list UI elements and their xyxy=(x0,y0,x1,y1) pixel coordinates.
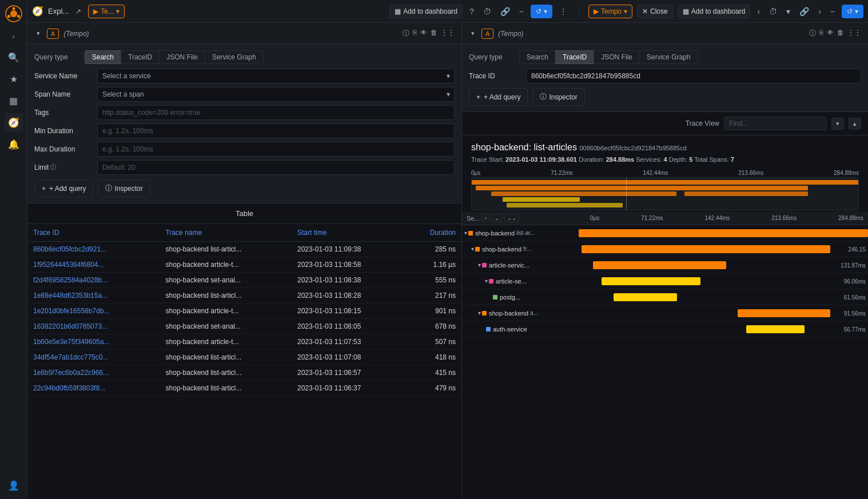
spans-collapse-btn[interactable]: ⌄ xyxy=(492,214,502,222)
col-trace-id[interactable]: Trace ID xyxy=(27,224,160,242)
sidebar-item-dashboards[interactable]: ▦ xyxy=(5,91,23,110)
right-info-icon[interactable]: ⓘ xyxy=(809,29,816,38)
table-row[interactable]: 16382201b6d0785073... shop-backend set-a… xyxy=(27,319,461,334)
trace-id-link[interactable]: 1e8b5f7ec6b0a22c966... xyxy=(33,369,109,377)
col-start-time[interactable]: Start time xyxy=(292,224,405,242)
trace-id-link[interactable]: 16382201b6d0785073... xyxy=(33,322,107,330)
tags-input[interactable] xyxy=(97,105,455,120)
right-tab-jsonfile[interactable]: JSON File xyxy=(594,50,639,64)
spans-collapse-all-btn[interactable]: ⌄⌄ xyxy=(504,214,519,222)
left-delete-icon[interactable]: 🗑 xyxy=(431,29,437,38)
right-zoom-btn[interactable]: − xyxy=(828,5,837,18)
sidebar-collapse-btn[interactable]: › xyxy=(8,31,19,42)
add-to-dashboard-btn[interactable]: ▦ Add to dashboard xyxy=(389,5,463,18)
cell-trace-id[interactable]: 1f95264445364f6804... xyxy=(27,257,160,273)
trace-id-link[interactable]: 22c94bd0fb59f3803f8... xyxy=(33,384,105,392)
trace-id-input[interactable] xyxy=(526,69,861,83)
table-row[interactable]: 1b60e5e3e75f349605a... shop-backend arti… xyxy=(27,334,461,350)
link-btn[interactable]: 🔗 xyxy=(498,5,512,18)
table-row[interactable]: 1e88e448d62353b15a... shop-backend list-… xyxy=(27,288,461,304)
left-tab-jsonfile[interactable]: JSON File xyxy=(159,50,205,64)
span-toggle[interactable]: ▾ xyxy=(485,278,488,284)
table-row[interactable]: f2d4f69582584a4028b... shop-backend set-… xyxy=(27,273,461,288)
zoom-out-btn[interactable]: − xyxy=(517,5,526,18)
table-row[interactable]: 22c94bd0fb59f3803f8... shop-backend list… xyxy=(27,381,461,396)
right-datasource-badge[interactable]: A xyxy=(481,29,493,39)
trace-id-link[interactable]: 1e88e448d62353b15a... xyxy=(33,292,107,300)
span-toggle[interactable]: ▾ xyxy=(471,246,474,252)
span-name-select[interactable]: Select a span xyxy=(97,87,455,102)
span-row[interactable]: ▾ shop-backend fr... 246.15 xyxy=(462,241,868,257)
span-toggle[interactable]: ▾ xyxy=(478,262,481,268)
close-btn[interactable]: ✕ Close xyxy=(637,5,673,18)
right-more-icon[interactable]: ⋮⋮ xyxy=(847,29,861,38)
cell-trace-id[interactable]: 34df54e7ab1dcc775c0... xyxy=(27,350,160,365)
right-add-to-dashboard-btn[interactable]: ▦ Add to dashboard xyxy=(678,5,751,18)
left-more-icon[interactable]: ⋮⋮ xyxy=(441,29,455,38)
left-eye-icon[interactable]: 👁 xyxy=(420,29,427,38)
trace-id-link[interactable]: 34df54e7ab1dcc775c0... xyxy=(33,353,108,361)
share-icon[interactable]: ↗ xyxy=(73,5,83,18)
trace-id-link[interactable]: 1f95264445364f6804... xyxy=(33,261,103,269)
spans-expand-btn[interactable]: › xyxy=(482,214,489,222)
trace-id-link[interactable]: 1e201d0bfe16558b7db... xyxy=(33,307,109,315)
timer-btn[interactable]: ⏱ xyxy=(481,5,493,18)
sidebar-item-starred[interactable]: ★ xyxy=(5,70,23,88)
sidebar-item-alerting[interactable]: 🔔 xyxy=(5,135,23,153)
right-prev-btn[interactable]: ‹ xyxy=(755,5,762,18)
span-row[interactable]: ▾ article-se... 96.06ms xyxy=(462,273,868,289)
right-collapse-btn[interactable]: ▾ xyxy=(469,27,477,39)
max-duration-input[interactable] xyxy=(97,142,455,157)
grafana-logo[interactable] xyxy=(5,5,23,23)
right-next-btn[interactable]: › xyxy=(816,5,823,18)
span-row[interactable]: postg... 61.56ms xyxy=(462,289,868,305)
left-tab-search[interactable]: Search xyxy=(85,50,121,64)
trace-id-link[interactable]: 860b6ecf05fcbc2d921... xyxy=(33,245,106,253)
sidebar-item-explore[interactable]: 🧭 xyxy=(5,113,23,131)
trace-next-match-btn[interactable]: ▴ xyxy=(849,118,861,130)
left-add-query-btn[interactable]: + + Add query xyxy=(34,179,93,197)
cell-trace-id[interactable]: f2d4f69582584a4028b... xyxy=(27,273,160,288)
right-timer-btn[interactable]: ⏱ xyxy=(767,5,779,18)
table-row[interactable]: 1e201d0bfe16558b7db... shop-backend arti… xyxy=(27,304,461,319)
span-toggle[interactable]: ▾ xyxy=(478,310,481,316)
cell-trace-id[interactable]: 1e8b5f7ec6b0a22c966... xyxy=(27,365,160,381)
table-row[interactable]: 1f95264445364f6804... shop-backend artic… xyxy=(27,257,461,273)
trace-id-link[interactable]: 1b60e5e3e75f349605a... xyxy=(33,338,109,346)
trace-prev-match-btn[interactable]: ▾ xyxy=(831,118,844,130)
datasource-selector[interactable]: ▶ Te... ▾ xyxy=(88,5,125,18)
service-name-select[interactable]: Select a service xyxy=(97,69,455,83)
right-eye-icon[interactable]: 👁 xyxy=(827,29,834,38)
sidebar-item-search[interactable]: 🔍 xyxy=(5,48,23,66)
trace-id-link[interactable]: f2d4f69582584a4028b... xyxy=(33,276,107,284)
right-copy-icon[interactable]: ⎘ xyxy=(819,29,823,38)
table-row[interactable]: 860b6ecf05fcbc2d921... shop-backend list… xyxy=(27,242,461,257)
right-link-btn[interactable]: 🔗 xyxy=(797,5,811,18)
span-row[interactable]: auth-service 56.77ms xyxy=(462,321,868,337)
sidebar-item-profile[interactable]: 👤 xyxy=(5,476,23,494)
span-toggle[interactable]: ▾ xyxy=(464,230,467,236)
cell-trace-id[interactable]: 22c94bd0fb59f3803f8... xyxy=(27,381,160,396)
more-options-btn[interactable]: ⋮ xyxy=(557,5,570,18)
cell-trace-id[interactable]: 1e88e448d62353b15a... xyxy=(27,288,160,304)
span-row[interactable]: ▾ article-servic... 131.87ms xyxy=(462,257,868,273)
left-copy-icon[interactable]: ⎘ xyxy=(413,29,417,38)
cell-trace-id[interactable]: 860b6ecf05fcbc2d921... xyxy=(27,242,160,257)
cell-trace-id[interactable]: 16382201b6d0785073... xyxy=(27,319,160,334)
left-inspector-btn[interactable]: ⓘ Inspector xyxy=(98,179,150,197)
right-tab-search[interactable]: Search xyxy=(519,50,555,64)
span-row[interactable]: ▾ shop-backend list-ar... xyxy=(462,225,868,241)
right-inspector-btn[interactable]: ⓘ Inspector xyxy=(532,88,584,106)
left-info-icon[interactable]: ⓘ xyxy=(403,29,409,38)
right-dropdown-btn[interactable]: ▾ xyxy=(784,5,793,18)
right-refresh-btn[interactable]: ↺ ▾ xyxy=(842,5,863,18)
right-add-query-btn[interactable]: + + Add query xyxy=(469,88,528,106)
left-collapse-btn[interactable]: ▾ xyxy=(34,27,42,39)
min-duration-input[interactable] xyxy=(97,123,455,138)
table-row[interactable]: 1e8b5f7ec6b0a22c966... shop-backend list… xyxy=(27,365,461,381)
right-tab-traceid[interactable]: TraceID xyxy=(555,50,594,64)
col-trace-name[interactable]: Trace name xyxy=(160,224,292,242)
right-delete-icon[interactable]: 🗑 xyxy=(837,29,844,38)
trace-find-input[interactable] xyxy=(724,117,827,130)
right-tab-servicegraph[interactable]: Service Graph xyxy=(639,50,698,64)
